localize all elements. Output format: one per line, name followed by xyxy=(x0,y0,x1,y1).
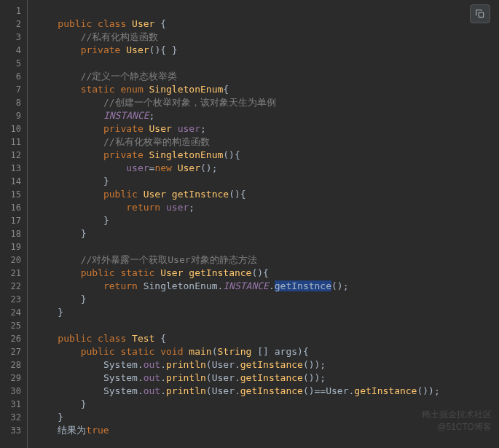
code-line xyxy=(35,319,499,332)
code-line: System.out.println(User.getInstance()); xyxy=(35,372,499,385)
line-number: 8 xyxy=(0,96,27,109)
token-punc: (){ xyxy=(251,267,268,278)
token-kw: new xyxy=(154,162,177,173)
token-punc: ()); xyxy=(303,359,326,370)
token-punc: . xyxy=(160,372,166,383)
token-type: System. xyxy=(103,372,144,383)
token-kw: static enum xyxy=(81,84,149,95)
code-line: System.out.println(User.getInstance()); xyxy=(35,358,499,372)
token-comment: //对外暴露一个获取User对象的静态方法 xyxy=(81,254,257,265)
line-number: 30 xyxy=(0,385,27,398)
code-editor: 1234567891011121314151617181920212223242… xyxy=(0,0,499,448)
code-line: } xyxy=(35,293,499,306)
token-cls: SingletonEnum xyxy=(149,84,224,95)
line-number: 9 xyxy=(0,109,27,122)
token-comment: //私有化构造函数 xyxy=(81,31,159,42)
token-punc: { xyxy=(160,333,166,344)
line-number: 21 xyxy=(0,267,27,280)
code-line: public static void main(String [] args){ xyxy=(35,345,499,358)
line-number: 24 xyxy=(0,306,27,319)
token-punc: } xyxy=(58,412,63,423)
line-number: 15 xyxy=(0,188,27,201)
token-method: getInstance xyxy=(240,359,303,370)
line-number: 16 xyxy=(0,201,27,214)
token-field: user xyxy=(166,202,189,213)
token-method: main xyxy=(189,346,211,357)
line-number: 19 xyxy=(0,240,27,254)
token-kw: public static xyxy=(81,267,161,278)
token-method: getInstance xyxy=(240,372,303,383)
token-punc: (User. xyxy=(206,385,240,396)
line-number: 1 xyxy=(0,4,27,17)
code-line: //私有化枚举的构造函数 xyxy=(35,135,499,149)
token-kw: public xyxy=(58,333,98,344)
token-kw: private xyxy=(81,44,127,55)
token-punc: [] args){ xyxy=(257,346,308,357)
watermark-line2: @51CTO博客 xyxy=(422,421,492,433)
token-punc: } xyxy=(81,294,87,304)
line-number: 29 xyxy=(0,372,27,385)
token-method: println xyxy=(166,372,206,383)
token-kw: public static void xyxy=(81,346,189,357)
code-line xyxy=(35,4,499,17)
token-punc: ()); xyxy=(417,385,439,396)
token-punc: { xyxy=(160,18,166,29)
line-number: 18 xyxy=(0,227,27,240)
token-cls: User xyxy=(149,123,178,134)
line-number: 4 xyxy=(0,44,27,57)
code-line: INSTANCE; xyxy=(35,109,499,122)
token-punc: (User. xyxy=(206,359,240,370)
token-highlight: getInstnce xyxy=(275,280,331,291)
token-cls: User xyxy=(160,267,189,278)
token-punc: } xyxy=(81,398,87,409)
token-punc: ()==User. xyxy=(303,385,354,396)
token-punc: ; xyxy=(189,202,195,213)
line-number: 26 xyxy=(0,332,27,345)
token-kw: private xyxy=(103,123,149,134)
token-cls: SingletonEnum xyxy=(149,149,224,160)
code-line: } xyxy=(35,227,499,240)
token-punc: (){ } xyxy=(149,44,178,55)
token-punc: (){ xyxy=(223,149,240,160)
code-line: public class Test { xyxy=(35,332,499,345)
token-field: out xyxy=(144,372,160,383)
line-number: 13 xyxy=(0,162,27,175)
token-cls: User xyxy=(132,18,160,29)
token-type: 结果为 xyxy=(58,425,86,436)
code-line: user=new User(); xyxy=(35,162,499,175)
line-number: 10 xyxy=(0,122,27,135)
line-number: 17 xyxy=(0,214,27,227)
code-line: //定义一个静态枚举类 xyxy=(35,70,499,83)
code-line: public static User getInstance(){ xyxy=(35,267,499,280)
line-number: 32 xyxy=(0,411,27,424)
copy-button[interactable] xyxy=(470,4,490,23)
token-cls: Test xyxy=(132,333,160,344)
line-number: 14 xyxy=(0,175,27,188)
token-kw: return xyxy=(103,280,144,291)
token-method: println xyxy=(166,359,206,370)
token-punc: { xyxy=(223,84,229,95)
code-area[interactable]: public class User { //私有化构造函数 private Us… xyxy=(28,0,499,448)
token-method: getInstance xyxy=(240,385,303,396)
token-kw: private xyxy=(103,149,149,160)
code-line: } xyxy=(35,306,499,319)
code-line: private User user; xyxy=(35,122,499,135)
line-number: 3 xyxy=(0,31,27,44)
code-line xyxy=(35,240,499,254)
token-punc: ; xyxy=(200,123,206,134)
line-number: 6 xyxy=(0,70,27,83)
token-kw: class xyxy=(98,333,132,344)
token-comment: //定义一个静态枚举类 xyxy=(81,71,178,82)
line-number: 5 xyxy=(0,57,27,70)
token-method: getInstance xyxy=(354,385,417,396)
token-type: SingletonEnum. xyxy=(144,280,224,291)
line-number: 20 xyxy=(0,254,27,267)
token-kw: return xyxy=(126,202,166,213)
token-type: System. xyxy=(103,359,144,370)
token-cls: User xyxy=(144,189,172,200)
code-line xyxy=(35,57,499,70)
line-number: 22 xyxy=(0,280,27,293)
code-line: return user; xyxy=(35,201,499,214)
token-kw: class xyxy=(98,18,132,29)
token-punc: } xyxy=(58,307,63,318)
